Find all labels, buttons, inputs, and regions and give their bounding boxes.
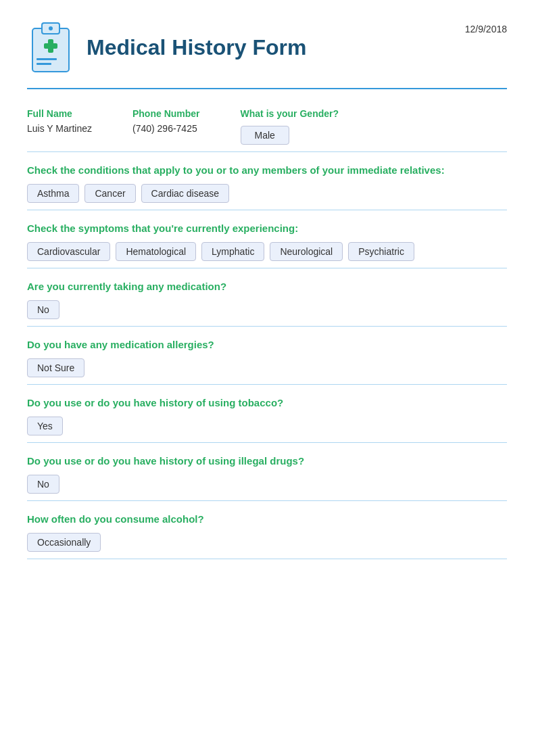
conditions-section: Check the conditions that apply to you o… bbox=[27, 152, 507, 210]
symptom-tag: Hematological bbox=[116, 242, 196, 261]
medication-section: Are you currently taking any medication?… bbox=[27, 268, 507, 327]
gender-value: Male bbox=[241, 126, 289, 145]
header-date: 12/9/2018 bbox=[465, 20, 507, 34]
medication-question: Are you currently taking any medication? bbox=[27, 281, 507, 292]
conditions-tags: AsthmaCancerCardiac disease bbox=[27, 184, 507, 203]
symptom-tag: Cardiovascular bbox=[27, 242, 110, 261]
drugs-section: Do you use or do you have history of usi… bbox=[27, 443, 507, 501]
clipboard-icon bbox=[27, 20, 74, 74]
medication-answer-row: No bbox=[27, 300, 507, 319]
header-divider bbox=[27, 88, 507, 89]
full-name-value: Luis Y Martinez bbox=[27, 123, 92, 134]
medication-answer: No bbox=[27, 300, 59, 319]
alcohol-answer: Occasionally bbox=[27, 533, 101, 552]
svg-rect-5 bbox=[37, 58, 57, 60]
condition-tag: Cardiac disease bbox=[141, 184, 229, 203]
symptoms-question: Check the symptoms that you're currently… bbox=[27, 222, 507, 234]
alcohol-answer-row: Occasionally bbox=[27, 533, 507, 552]
patient-info-section: Full Name Luis Y Martinez Phone Number (… bbox=[27, 96, 507, 152]
tobacco-answer-row: Yes bbox=[27, 417, 507, 435]
condition-tag: Asthma bbox=[27, 184, 79, 203]
svg-point-2 bbox=[49, 26, 53, 30]
conditions-question: Check the conditions that apply to you o… bbox=[27, 164, 507, 176]
page-title: Medical History Form bbox=[87, 35, 306, 60]
tobacco-question: Do you use or do you have history of usi… bbox=[27, 397, 507, 408]
allergies-answer-row: Not Sure bbox=[27, 358, 507, 377]
svg-rect-6 bbox=[37, 63, 51, 65]
drugs-answer: No bbox=[27, 475, 59, 494]
tobacco-answer: Yes bbox=[27, 417, 63, 435]
symptoms-tags: CardiovascularHematologicalLymphaticNeur… bbox=[27, 242, 507, 261]
allergies-answer: Not Sure bbox=[27, 358, 84, 377]
drugs-question: Do you use or do you have history of usi… bbox=[27, 455, 507, 467]
allergies-question: Do you have any medication allergies? bbox=[27, 339, 507, 350]
symptom-tag: Psychiatric bbox=[348, 242, 414, 261]
patient-field-row: Full Name Luis Y Martinez Phone Number (… bbox=[27, 108, 507, 145]
page-header: Medical History Form 12/9/2018 bbox=[27, 20, 507, 74]
alcohol-question: How often do you consume alcohol? bbox=[27, 513, 507, 525]
symptom-tag: Lymphatic bbox=[201, 242, 264, 261]
full-name-field: Full Name Luis Y Martinez bbox=[27, 108, 92, 134]
symptoms-section: Check the symptoms that you're currently… bbox=[27, 210, 507, 268]
gender-field: What is your Gender? Male bbox=[241, 108, 339, 145]
phone-label: Phone Number bbox=[132, 108, 200, 119]
symptom-tag: Neurological bbox=[270, 242, 343, 261]
alcohol-section: How often do you consume alcohol? Occasi… bbox=[27, 501, 507, 559]
svg-rect-4 bbox=[44, 43, 57, 49]
drugs-answer-row: No bbox=[27, 475, 507, 494]
header-left: Medical History Form bbox=[27, 20, 306, 74]
tobacco-section: Do you use or do you have history of usi… bbox=[27, 385, 507, 443]
allergies-section: Do you have any medication allergies? No… bbox=[27, 327, 507, 385]
condition-tag: Cancer bbox=[84, 184, 135, 203]
full-name-label: Full Name bbox=[27, 108, 92, 119]
gender-label: What is your Gender? bbox=[241, 108, 339, 119]
phone-field: Phone Number (740) 296-7425 bbox=[132, 108, 200, 134]
phone-value: (740) 296-7425 bbox=[132, 123, 200, 134]
